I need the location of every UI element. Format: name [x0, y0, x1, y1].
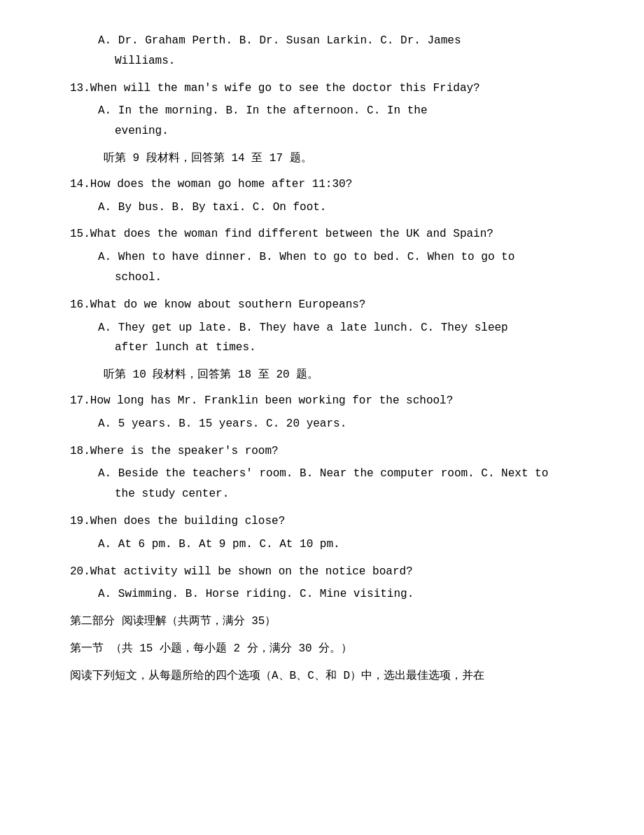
question-20-text: 20.What activity will be shown on the no… — [70, 562, 588, 582]
question-13-block: 13.When will the man's wife go to see th… — [70, 78, 588, 142]
question-14-text: 14.How does the woman go home after 11:3… — [70, 174, 588, 195]
section1-header: 第一节 （共 15 小题，每小题 2 分，满分 30 分。） — [70, 639, 588, 659]
prev-question-options: A. Dr. Graham Perth. B. Dr. Susan Larkin… — [70, 31, 588, 71]
reading-instruction: 阅读下列短文，从每题所给的四个选项（A、B、C、和 D）中，选出最佳选项，并在 — [70, 666, 588, 686]
question-19-options: A. At 6 pm. B. At 9 pm. C. At 10 pm. — [70, 534, 588, 555]
question-20-block: 20.What activity will be shown on the no… — [70, 562, 588, 605]
question-18-options-line2: the study center. — [70, 484, 588, 504]
question-16-options-line1: A. They get up late. B. They have a late… — [70, 318, 588, 338]
question-15-block: 15.What does the woman find different be… — [70, 224, 588, 287]
question-15-options-line2: school. — [70, 268, 588, 288]
question-14-options: A. By bus. B. By taxi. C. On foot. — [70, 198, 588, 218]
question-17-block: 17.How long has Mr. Franklin been workin… — [70, 391, 588, 434]
question-18-text: 18.Where is the speaker's room? — [70, 441, 588, 462]
question-19-block: 19.When does the building close? A. At 6… — [70, 511, 588, 555]
exam-content: A. Dr. Graham Perth. B. Dr. Susan Larkin… — [70, 31, 588, 686]
question-16-options-line2: after lunch at times. — [70, 338, 588, 358]
prev-options-line2: Williams. — [70, 51, 588, 71]
question-14-block: 14.How does the woman go home after 11:3… — [70, 174, 588, 218]
part2-header: 第二部分 阅读理解（共两节，满分 35） — [70, 612, 588, 632]
question-19-text: 19.When does the building close? — [70, 511, 588, 532]
question-16-block: 16.What do we know about southern Europe… — [70, 295, 588, 358]
question-18-block: 18.Where is the speaker's room? A. Besid… — [70, 441, 588, 504]
prev-options-line1: A. Dr. Graham Perth. B. Dr. Susan Larkin… — [70, 31, 588, 51]
section-10-header: 听第 10 段材料，回答第 18 至 20 题。 — [70, 365, 588, 385]
question-16-text: 16.What do we know about southern Europe… — [70, 295, 588, 315]
question-18-options-line1: A. Beside the teachers' room. B. Near th… — [70, 464, 588, 484]
question-17-options: A. 5 years. B. 15 years. C. 20 years. — [70, 414, 588, 434]
question-17-text: 17.How long has Mr. Franklin been workin… — [70, 391, 588, 411]
question-13-options-line1: A. In the morning. B. In the afternoon. … — [70, 101, 588, 121]
question-13-options-line2: evening. — [70, 121, 588, 142]
section-9-header: 听第 9 段材料，回答第 14 至 17 题。 — [70, 149, 588, 169]
question-15-options-line1: A. When to have dinner. B. When to go to… — [70, 247, 588, 268]
question-15-text: 15.What does the woman find different be… — [70, 224, 588, 244]
question-13-text: 13.When will the man's wife go to see th… — [70, 78, 588, 99]
question-20-options: A. Swimming. B. Horse riding. C. Mine vi… — [70, 584, 588, 605]
